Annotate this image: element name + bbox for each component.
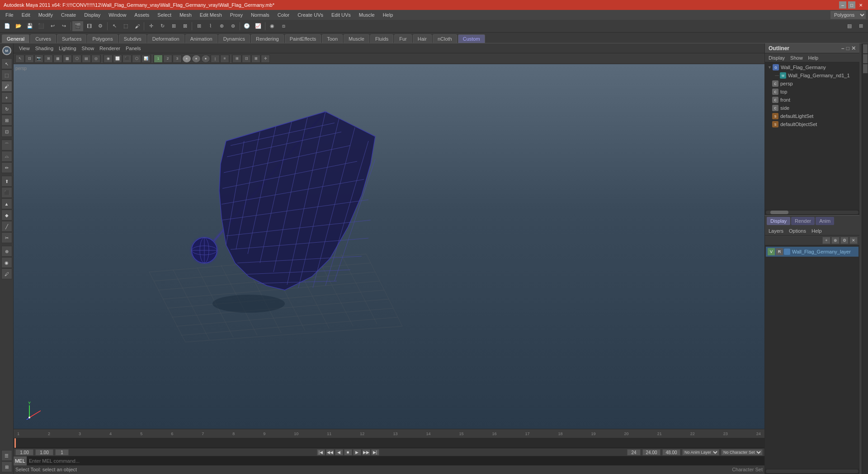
vp-shadows-btn[interactable]: ▤: [82, 55, 91, 63]
menu-window[interactable]: Window: [105, 11, 130, 19]
shelf-tab-surfaces[interactable]: Surfaces: [57, 34, 86, 43]
lasso-tool-button[interactable]: ⬚: [120, 21, 131, 31]
vp-lights-btn[interactable]: ⬡: [72, 55, 81, 63]
viewport-menu-lighting[interactable]: Lighting: [57, 45, 78, 52]
timeline-track[interactable]: [14, 438, 764, 448]
scale-tool-button[interactable]: ⊞: [168, 21, 179, 31]
menu-mesh[interactable]: Mesh: [176, 11, 195, 19]
menu-proxy[interactable]: Proxy: [226, 11, 246, 19]
shelf-tab-fur[interactable]: Fur: [394, 34, 412, 43]
outliner-item-lightset[interactable]: S defaultLightSet: [766, 112, 859, 120]
delete-layer-button[interactable]: ✕: [849, 237, 858, 244]
outliner-item-front[interactable]: C front: [766, 96, 859, 104]
vp-frame-btn[interactable]: ⬜: [113, 55, 122, 63]
outliner-hscroll[interactable]: [765, 210, 859, 215]
new-scene-button[interactable]: 📄: [2, 21, 13, 31]
menu-color[interactable]: Color: [274, 11, 293, 19]
anim-layer-dropdown[interactable]: No Anim Layer: [682, 449, 719, 455]
tab-anim[interactable]: Anim: [816, 217, 834, 225]
layer-options-button[interactable]: ⚙: [840, 237, 849, 244]
viewport-menu-shading[interactable]: Shading: [33, 45, 55, 52]
save-scene-button[interactable]: 💾: [24, 21, 35, 31]
history-button[interactable]: 🕐: [241, 21, 252, 31]
vp-camera-btn[interactable]: 📷: [34, 55, 43, 63]
shelf-tab-hair[interactable]: Hair: [413, 34, 432, 43]
outliner-menu-help[interactable]: Help: [808, 55, 819, 61]
snap-grid-button[interactable]: ⊞: [193, 21, 204, 31]
vp-snap-btn[interactable]: ⊡: [25, 55, 34, 63]
menu-help[interactable]: Help: [379, 11, 397, 19]
shelf-tab-custom[interactable]: Custom: [458, 34, 485, 43]
outliner-item-persp[interactable]: C persp: [766, 80, 859, 88]
render-settings-button[interactable]: ⚙: [95, 21, 106, 31]
go-to-start-button[interactable]: |◀: [317, 449, 325, 455]
step-back-button[interactable]: ◀◀: [326, 449, 334, 455]
menu-edituvs[interactable]: Edit UVs: [328, 11, 354, 19]
shelf-tab-deformation[interactable]: Deformation: [147, 34, 184, 43]
menu-createuvs[interactable]: Create UVs: [294, 11, 327, 19]
soft-sel-button[interactable]: ◉: [267, 21, 278, 31]
shelf-tab-rendering[interactable]: Rendering: [251, 34, 284, 43]
open-scene-button[interactable]: 📂: [13, 21, 24, 31]
create-layer-from-sel-button[interactable]: ⊕: [831, 237, 840, 244]
rotate-tool-button[interactable]: ↻: [157, 21, 168, 31]
viewport-menu-renderer[interactable]: Renderer: [98, 45, 122, 52]
step-forward-button[interactable]: ▶▶: [362, 449, 370, 455]
menu-display[interactable]: Display: [80, 11, 104, 19]
menu-edit[interactable]: Edit: [18, 11, 34, 19]
create-layer-button[interactable]: +: [822, 237, 830, 244]
shelf-tab-curves[interactable]: Curves: [30, 34, 56, 43]
layer-render-toggle[interactable]: R: [776, 248, 783, 255]
vp-3-btn[interactable]: 3: [173, 55, 182, 63]
range-end-field[interactable]: [55, 449, 69, 455]
ep-curve-button[interactable]: ⌓: [1, 151, 12, 162]
redo-button[interactable]: ↪: [58, 21, 69, 31]
move-mode-button[interactable]: +: [1, 92, 12, 103]
shelf-tab-subdivs[interactable]: Subdivs: [119, 34, 146, 43]
stop-button[interactable]: ■: [344, 449, 352, 455]
mel-input[interactable]: [27, 456, 764, 465]
tab-display[interactable]: Display: [767, 217, 790, 225]
menu-normals[interactable]: Normals: [247, 11, 273, 19]
curve-tool-button[interactable]: ⌒: [1, 140, 12, 150]
render-button[interactable]: 🎬: [72, 21, 83, 31]
character-set-dropdown[interactable]: No Character Set: [721, 449, 763, 455]
settings-button[interactable]: ⊞: [855, 21, 866, 31]
menu-modify[interactable]: Modify: [35, 11, 57, 19]
vp-2-btn[interactable]: 2: [163, 55, 172, 63]
select-mode-button[interactable]: ↖: [1, 58, 12, 69]
lasso-mode-button[interactable]: ⬚: [1, 70, 12, 80]
show-manip-button[interactable]: ⊕: [1, 246, 12, 257]
append-poly-button[interactable]: ▲: [1, 198, 12, 209]
shelf-tab-general[interactable]: General: [2, 34, 29, 43]
shelf-tab-dynamics[interactable]: Dynamics: [218, 34, 250, 43]
minimize-button[interactable]: –: [839, 1, 846, 9]
snap-point-button[interactable]: ⊕: [216, 21, 227, 31]
vp-grid-btn[interactable]: ⊞: [232, 55, 241, 63]
3d-viewport[interactable]: persp: [14, 64, 764, 429]
shelf-tab-painteffects[interactable]: PaintEffects: [285, 34, 321, 43]
tab-render[interactable]: Render: [791, 217, 815, 225]
vp-shaded-btn[interactable]: ▦: [53, 55, 62, 63]
move-tool-button[interactable]: ✛: [146, 21, 156, 31]
anim-end-input[interactable]: [662, 449, 680, 455]
vp-gate-btn[interactable]: ⊠: [251, 55, 260, 63]
layers-menu[interactable]: Layers: [769, 228, 783, 234]
paint-select-button[interactable]: 🖌: [132, 21, 142, 31]
layer-hscroll[interactable]: [765, 469, 859, 474]
rotate-mode-button[interactable]: ↻: [1, 103, 12, 114]
maximize-button[interactable]: □: [848, 1, 855, 9]
outliner-menu-display[interactable]: Display: [769, 55, 785, 61]
snap-curve-button[interactable]: ⌇: [205, 21, 216, 31]
sym-button[interactable]: ⧈: [278, 21, 289, 31]
vp-origin-btn[interactable]: ✛: [261, 55, 270, 63]
layer-button[interactable]: ☰: [1, 450, 12, 461]
layer-item-wallflag[interactable]: V R Wall_Flag_Germany_layer: [766, 247, 859, 257]
viewport-menu-view[interactable]: View: [17, 45, 32, 52]
save-as-button[interactable]: ⬛: [36, 21, 47, 31]
universal-manip-button[interactable]: ⊠: [179, 21, 190, 31]
universal-mode-button[interactable]: ⊡: [1, 126, 12, 137]
end-frame-input[interactable]: [627, 449, 641, 455]
menu-muscle[interactable]: Muscle: [355, 11, 378, 19]
vp-5-btn[interactable]: ●: [192, 55, 201, 63]
